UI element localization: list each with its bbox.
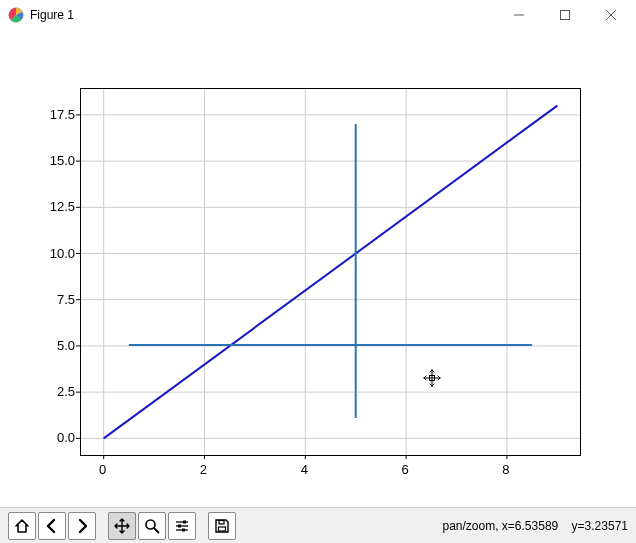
status-y-label: y= — [572, 519, 585, 533]
zoom-button[interactable] — [138, 512, 166, 540]
x-tick-label: 4 — [301, 462, 308, 477]
x-tick-label: 8 — [502, 462, 509, 477]
svg-line-33 — [154, 528, 159, 533]
pan-button[interactable] — [108, 512, 136, 540]
status-y-value: 3.23571 — [585, 519, 628, 533]
titlebar: Figure 1 — [0, 0, 636, 30]
status-sep — [558, 519, 571, 533]
y-tick-label: 17.5 — [35, 106, 75, 121]
save-button[interactable] — [208, 512, 236, 540]
x-tick-label: 2 — [200, 462, 207, 477]
svg-rect-38 — [178, 524, 181, 527]
status-x-label: x= — [502, 519, 515, 533]
svg-rect-39 — [182, 528, 185, 531]
close-button[interactable] — [588, 0, 634, 30]
status-x-value: 6.53589 — [515, 519, 558, 533]
y-tick-label: 2.5 — [35, 384, 75, 399]
svg-rect-2 — [561, 11, 570, 20]
y-tick-label: 7.5 — [35, 291, 75, 306]
y-tick-label: 5.0 — [35, 337, 75, 352]
svg-rect-41 — [219, 520, 224, 524]
maximize-button[interactable] — [542, 0, 588, 30]
minimize-button[interactable] — [496, 0, 542, 30]
svg-rect-40 — [219, 527, 226, 531]
window-title: Figure 1 — [30, 8, 74, 22]
matplotlib-icon — [8, 7, 24, 23]
series-diagonal — [104, 106, 558, 439]
y-tick-label: 0.0 — [35, 430, 75, 445]
svg-rect-37 — [183, 520, 186, 523]
y-tick-label: 12.5 — [35, 199, 75, 214]
y-tick-label: 10.0 — [35, 245, 75, 260]
x-tick-label: 6 — [401, 462, 408, 477]
figure-canvas[interactable]: 024680.02.55.07.510.012.515.017.5 — [0, 30, 636, 508]
axes — [80, 88, 581, 456]
status-mode: pan/zoom, — [442, 519, 501, 533]
home-button[interactable] — [8, 512, 36, 540]
plot-svg — [81, 89, 580, 455]
coordinate-readout: pan/zoom, x=6.53589 y=3.23571 — [442, 519, 628, 533]
x-tick-label: 0 — [99, 462, 106, 477]
navigation-toolbar: pan/zoom, x=6.53589 y=3.23571 — [0, 507, 636, 543]
forward-button[interactable] — [68, 512, 96, 540]
back-button[interactable] — [38, 512, 66, 540]
configure-subplots-button[interactable] — [168, 512, 196, 540]
y-tick-label: 15.0 — [35, 153, 75, 168]
